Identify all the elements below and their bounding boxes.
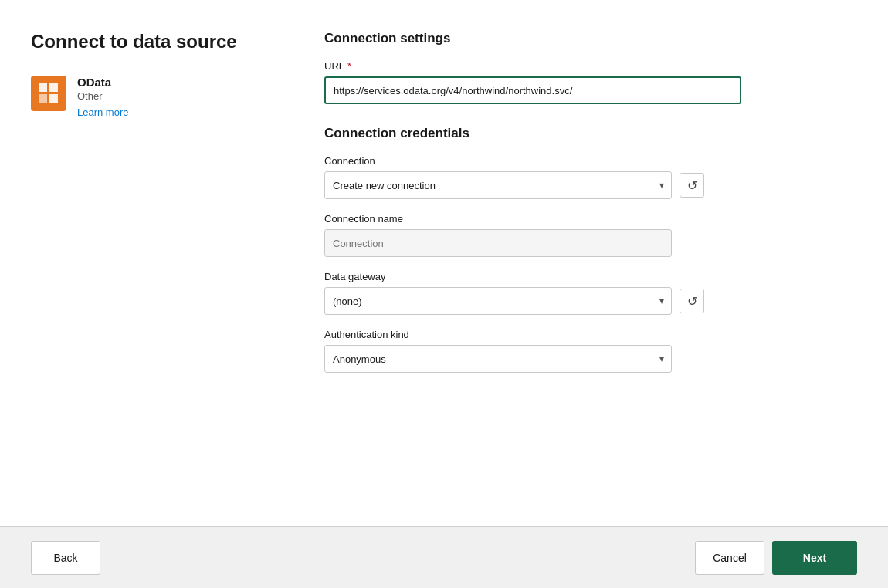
main-content: Connect to data source OData Other Learn… — [0, 0, 888, 526]
connection-name-label: Connection name — [324, 213, 857, 225]
connector-info: OData Other Learn more — [31, 76, 262, 118]
connection-name-input[interactable] — [324, 229, 672, 257]
connector-icon — [31, 76, 66, 111]
connection-dropdown-row: Create new connection ▾ ↺ — [324, 171, 857, 199]
data-gateway-dropdown-row: (none) ▾ ↺ — [324, 287, 857, 315]
next-button[interactable]: Next — [772, 541, 857, 575]
url-label: URL * — [324, 60, 857, 72]
connection-label: Connection — [324, 155, 857, 167]
connection-name-field-group: Connection name — [324, 213, 857, 257]
connector-name: OData — [77, 76, 128, 89]
svg-rect-1 — [49, 83, 58, 92]
cancel-button[interactable]: Cancel — [695, 541, 764, 575]
back-button[interactable]: Back — [31, 541, 100, 575]
data-gateway-dropdown[interactable]: (none) — [324, 287, 672, 315]
left-panel: Connect to data source OData Other Learn… — [31, 31, 293, 511]
svg-rect-0 — [39, 83, 47, 92]
connection-refresh-button[interactable]: ↺ — [680, 173, 704, 198]
footer-left: Back — [31, 541, 100, 575]
footer: Back Cancel Next — [0, 526, 888, 588]
refresh-icon: ↺ — [687, 178, 697, 193]
odata-icon — [37, 82, 60, 105]
connection-credentials-title: Connection credentials — [324, 126, 857, 141]
auth-kind-field-group: Authentication kind Anonymous ▾ — [324, 329, 857, 373]
auth-kind-dropdown[interactable]: Anonymous — [324, 345, 672, 373]
url-required-star: * — [347, 60, 351, 72]
data-gateway-field-group: Data gateway (none) ▾ ↺ — [324, 271, 857, 315]
page-title: Connect to data source — [31, 31, 262, 52]
connection-settings-title: Connection settings — [324, 31, 857, 46]
connection-dropdown[interactable]: Create new connection — [324, 171, 672, 199]
connection-field-group: Connection Create new connection ▾ ↺ — [324, 155, 857, 199]
auth-kind-dropdown-wrapper: Anonymous ▾ — [324, 345, 672, 373]
url-input[interactable] — [324, 76, 741, 104]
url-field-group: URL * — [324, 60, 857, 104]
svg-rect-2 — [39, 94, 47, 103]
connection-settings-section: Connection settings URL * — [324, 31, 857, 104]
data-gateway-refresh-button[interactable]: ↺ — [680, 289, 704, 313]
data-gateway-label: Data gateway — [324, 271, 857, 282]
right-panel: Connection settings URL * Connection cre… — [293, 31, 857, 511]
auth-kind-label: Authentication kind — [324, 329, 857, 340]
svg-rect-3 — [49, 94, 58, 103]
connection-credentials-section: Connection credentials Connection Create… — [324, 126, 857, 373]
data-gateway-refresh-icon: ↺ — [687, 294, 697, 309]
connector-details: OData Other Learn more — [77, 76, 128, 118]
connector-category: Other — [77, 90, 128, 102]
footer-right: Cancel Next — [695, 541, 857, 575]
data-gateway-dropdown-wrapper: (none) ▾ — [324, 287, 672, 315]
learn-more-link[interactable]: Learn more — [77, 106, 128, 118]
connection-dropdown-wrapper: Create new connection ▾ — [324, 171, 672, 199]
